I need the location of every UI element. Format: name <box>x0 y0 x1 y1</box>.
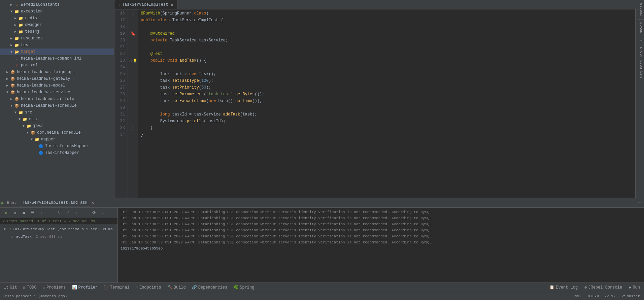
bst-git[interactable]: ⎇ Git <box>1 284 20 291</box>
sidebar-item-java[interactable]: ▼ 📁 java <box>0 123 114 129</box>
sidebar-item-resources[interactable]: ▶ 📁 resources <box>0 35 114 42</box>
bst-problems-label: Problems <box>46 285 66 290</box>
run-play-icon[interactable]: ▶ <box>1 200 4 206</box>
code-line-22: @Test <box>138 51 635 57</box>
sidebar-item-wemediaconstants[interactable]: ▶ ☕ WeMediaConstants <box>0 1 114 8</box>
bst-problems[interactable]: ⚠ Problems <box>40 284 69 291</box>
run-tree-root[interactable]: ▼ ✓ TaskServiceImplTest (com.heima.s 2 s… <box>0 226 117 233</box>
todo-icon: ☑ <box>23 285 26 290</box>
bst-profiler[interactable]: 📊 Profiler <box>69 284 101 291</box>
sidebar-item-gateway[interactable]: ▶ 📦 heima-leadnews-gateway <box>0 75 114 82</box>
sidebar-item-test[interactable]: ▶ 📁 test <box>0 42 114 48</box>
java-src-icon: 📁 <box>26 123 32 129</box>
filter-btn[interactable]: ☰ <box>29 209 36 216</box>
sidebar-item-src[interactable]: ▼ 📁 src <box>0 109 114 116</box>
gutter-item <box>128 84 138 91</box>
tab-close-icon[interactable]: ✕ <box>171 3 173 7</box>
history-btn[interactable]: ⟳ <box>90 209 98 216</box>
side-tab-maven[interactable]: Maven <box>638 19 644 36</box>
sidebar-item-exception[interactable]: ▼ 📁 exception <box>0 8 114 15</box>
jrebel-item[interactable]: ⚙ JRebel Console <box>582 284 625 291</box>
status-branch[interactable]: ⎇ master <box>619 294 641 298</box>
bst-terminal[interactable]: ⬛ Terminal <box>101 284 132 291</box>
console-line: Fri Jan 13 16:38:58 CST 2023 WARN: Estab… <box>121 221 641 227</box>
expand-btn[interactable]: ⤡ <box>55 209 63 216</box>
line-num: 28 <box>114 91 125 98</box>
panel-minimize-btn[interactable]: ─ <box>636 200 643 206</box>
terminal-icon: ⬛ <box>104 285 109 290</box>
line-num: 21 <box>114 44 125 51</box>
sidebar-item-schedule[interactable]: ▼ 📦 heima-leadnews-schedule <box>0 102 114 109</box>
sidebar-item-package[interactable]: ▼ 📦 com.heima.schedule <box>0 129 114 136</box>
code-line-18 <box>138 24 635 30</box>
panel-menu-btn[interactable]: ⋮ <box>629 200 635 206</box>
fold-bracket: } <box>132 126 134 130</box>
sidebar-item-redis[interactable]: ▶ 📁 redis <box>0 15 114 22</box>
run-item[interactable]: ▶ Run <box>626 284 643 291</box>
line-num: 25 <box>114 71 125 77</box>
collapse-btn[interactable]: ⤢ <box>64 209 71 216</box>
line-num: 26 <box>114 77 125 84</box>
sort2-btn[interactable]: ↓ <box>46 209 54 216</box>
event-log-label: Event Log <box>556 285 578 290</box>
crlf-label: CRLF <box>574 294 582 298</box>
run-tab-close[interactable]: ✕ <box>92 200 94 205</box>
up-btn[interactable]: ↑ <box>73 209 80 216</box>
folder-icon: 📁 <box>34 137 40 142</box>
sidebar-item-article[interactable]: ▶ 📦 heima-leadnews-article <box>0 96 114 102</box>
sidebar-item-target[interactable]: ▼ 📂 target <box>0 48 114 55</box>
down-btn[interactable]: ↓ <box>81 209 89 216</box>
stop-btn[interactable]: ■ <box>20 209 28 216</box>
sidebar-item-tess4j[interactable]: ▶ 📁 tess4j <box>0 28 114 35</box>
side-tab-codota[interactable]: Codota <box>638 0 644 19</box>
code-line-28: task.setParameters("task test".getBytes(… <box>138 91 635 98</box>
event-log-item[interactable]: 📋 Event Log <box>547 284 580 291</box>
sidebar-item-taskinfo-mapper[interactable]: ▶ 🔵 TaskinfoMapper <box>0 149 114 156</box>
line-num: 32 <box>114 118 125 125</box>
run-btn[interactable]: ▶ <box>3 209 10 216</box>
more-btn[interactable]: … <box>99 209 106 216</box>
bst-spring[interactable]: 🌿 Spring <box>231 284 257 291</box>
console-output[interactable]: Fri Jan 13 16:38:58 CST 2023 WARN: Estab… <box>118 208 644 282</box>
line-num: 33 <box>114 125 125 131</box>
bst-todo[interactable]: ☑ TODO <box>21 284 39 291</box>
sidebar-item-model[interactable]: ▶ 📦 heima-leadnews-model <box>0 82 114 89</box>
sidebar-item-iml[interactable]: ▶ ✏ heima-leadnews-common.iml <box>0 55 114 62</box>
expand-arrow: ▼ <box>5 90 9 94</box>
run-tree-panel: ▶ ↺ ■ ☰ ↕ ↓ ⤡ ⤢ ↑ ↓ ⟳ … ✓ Tests passed: … <box>0 208 118 282</box>
code-lines[interactable]: @RunWith(SpringRunner.class) public clas… <box>138 9 635 198</box>
editor-tab-label: TaskServiceImplTest <box>122 2 168 7</box>
status-encoding[interactable]: UTF-8 <box>586 294 600 298</box>
bst-dependencies[interactable]: 🔗 Dependencies <box>189 284 230 291</box>
side-tab-bigdata[interactable]: Big Data Tools <box>638 44 644 80</box>
sidebar-item-pom[interactable]: ▶ ✗ pom.xml <box>0 62 114 69</box>
code-editor[interactable]: 16 17 18 19 20 21 22 23 24 25 26 27 28 2… <box>114 9 638 198</box>
jrebel-icon: ⚙ <box>584 285 587 290</box>
sidebar-item-service[interactable]: ▼ 📦 heima-leadnews-service <box>0 89 114 96</box>
sidebar-item-swagger[interactable]: ▶ 📁 swagger <box>0 22 114 28</box>
java-file-icon: ☕ <box>14 2 20 7</box>
run-tree-child[interactable]: ✓ addTask 2 sec 633 ms <box>0 233 117 240</box>
sort-btn[interactable]: ↕ <box>38 209 45 216</box>
bst-build[interactable]: 🔨 Build <box>165 284 189 291</box>
bst-endpoints[interactable]: ⚡ Endpoints <box>133 284 164 291</box>
side-tab-e[interactable]: E <box>638 36 644 44</box>
rerun-btn[interactable]: ↺ <box>11 209 19 216</box>
sidebar-item-main[interactable]: ▼ 📁 main <box>0 116 114 123</box>
test-check-icon: ✓ <box>129 58 131 63</box>
run-tab[interactable]: TaskServiceImplTest.addTask <box>19 200 90 206</box>
sidebar-item-mapper-folder[interactable]: ▼ 📁 mapper <box>0 136 114 143</box>
problems-icon: ⚠ <box>43 285 45 290</box>
sidebar-item-taskinfo-logs-mapper[interactable]: ▶ 🔵 TaskinfoLogsMapper <box>0 143 114 149</box>
vertical-scrollbar[interactable] <box>635 9 638 198</box>
sidebar-item-label: WeMediaConstants <box>21 2 60 7</box>
editor-tab-active[interactable]: ✓ TaskServiceImplTest ✕ <box>114 0 177 9</box>
sidebar-item-label: heima-leadnews-service <box>17 90 70 95</box>
sidebar-item-label: resources <box>21 36 43 41</box>
bst-profiler-label: Profiler <box>78 285 98 290</box>
test-status-text: Tests passed: 1 of 1 test – 2 sec 633 ms <box>6 219 95 223</box>
status-crlf[interactable]: CRLF <box>572 294 584 298</box>
right-panels: Codota Maven E Big Data Tools <box>638 0 644 198</box>
sidebar-item-feign[interactable]: ▶ 📦 heima-leadnews-feign-api <box>0 69 114 75</box>
status-time: 22:17 <box>603 294 617 298</box>
